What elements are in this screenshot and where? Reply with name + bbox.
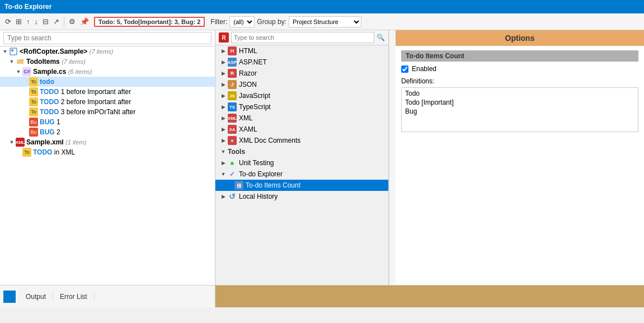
toolbar-btn-collapse[interactable]: ⊟ <box>41 16 50 28</box>
todo-icon: To <box>29 97 38 106</box>
template-item-xaml[interactable]: ▶ XA XAML <box>215 124 388 135</box>
template-label-todo-count: To-do Items Count <box>246 181 300 189</box>
tree-label-todo2: TODO 2 before Important after <box>40 98 131 106</box>
group-by-select[interactable]: Project Structure <box>289 16 361 27</box>
todo-icon: To <box>22 148 31 157</box>
chevron-icon: ▶ <box>220 59 227 65</box>
options-pane: R 🔍 ▶ H HTML ▶ ASP ASP.NET <box>215 30 644 285</box>
template-label-unit-testing: Unit Testing <box>239 159 274 167</box>
template-item-razor[interactable]: ▶ R Razor <box>215 68 388 79</box>
toolbar: ⟳ ⊞ ↑ ↓ ⊟ ↗ ⚙ 📌 Todo: 5, Todo[Important]… <box>0 13 644 30</box>
tree-arrow: ▼ <box>9 139 15 145</box>
tree-item-todo3[interactable]: To TODO 3 before imPOrTaNt after <box>0 107 215 117</box>
json-icon: J <box>228 80 237 89</box>
tree-label-root: <RoflCopter.Sample> (7 items) <box>20 48 114 55</box>
tree-item-samplecs[interactable]: ▼ C# Sample.cs (6 items) <box>0 67 215 77</box>
template-item-unit-testing[interactable]: ▶ ● Unit Testing <box>215 157 388 168</box>
tools-section[interactable]: ▼ Tools <box>215 146 388 157</box>
def-item-todo-important[interactable]: Todo [Important] <box>403 98 637 107</box>
xml-icon: XML <box>228 114 237 123</box>
xaml-icon: XA <box>228 125 237 134</box>
todo-count-icon: ⊞ <box>234 181 243 190</box>
chevron-icon: ▶ <box>220 160 227 166</box>
filter-area: Filter: (all) Group by: Project Structur… <box>210 16 361 27</box>
xmldoc-icon: X <box>228 136 237 145</box>
search-bar <box>0 30 215 46</box>
template-item-todo-count[interactable]: ⊞ To-do Items Count <box>215 180 388 191</box>
template-item-local-history[interactable]: ▶ ↺ Local History <box>215 191 388 202</box>
tree-item-todo2[interactable]: To TODO 2 before Important after <box>0 97 215 107</box>
toolbar-summary: Todo: 5, Todo[Important]: 3, Bug: 2 <box>94 17 205 27</box>
local-history-icon: ↺ <box>228 192 237 201</box>
toolbar-btn-settings[interactable]: ⚙ <box>67 16 77 28</box>
template-header: R 🔍 <box>215 30 388 45</box>
template-label-razor: Razor <box>239 69 257 77</box>
toolbar-btn-up[interactable]: ↑ <box>25 16 32 28</box>
chevron-icon: ▶ <box>220 115 227 121</box>
template-label-xmldoc: XML Doc Comments <box>239 137 300 144</box>
tree-item-bug1[interactable]: Bu BUG 1 <box>0 117 215 127</box>
template-item-aspnet[interactable]: ▶ ASP ASP.NET <box>215 57 388 68</box>
filter-select[interactable]: (all) <box>229 16 255 27</box>
chevron-icon: ▶ <box>220 82 227 87</box>
enabled-checkbox[interactable] <box>401 65 408 73</box>
status-button[interactable] <box>3 291 16 303</box>
todo-icon: To <box>29 77 38 86</box>
def-item-todo[interactable]: Todo <box>403 89 637 98</box>
template-item-xml[interactable]: ▶ XML XML <box>215 113 388 124</box>
toolbar-btn-export[interactable]: ↗ <box>51 16 61 28</box>
bug-icon: Bu <box>29 128 38 137</box>
template-search-input[interactable] <box>231 32 374 43</box>
solution-icon <box>9 47 18 56</box>
template-item-javascript[interactable]: ▶ JS JavaScript <box>215 90 388 101</box>
chevron-icon: ▼ <box>220 171 227 177</box>
unit-testing-icon: ● <box>228 158 237 167</box>
razor-icon: R <box>228 69 237 78</box>
toolbar-btn-down[interactable]: ↓ <box>33 16 40 28</box>
template-label-xaml: XAML <box>239 125 257 133</box>
html-icon: H <box>228 46 237 55</box>
bug-icon: Bu <box>29 118 38 127</box>
toolbar-btn-pin[interactable]: 📌 <box>78 16 91 28</box>
tree-item-todoitems[interactable]: ▼ TodoItems (7 items) <box>0 57 215 67</box>
def-item-bug[interactable]: Bug <box>403 107 637 116</box>
tree-item-samplexml[interactable]: ▼ XML Sample.xml (1 item) <box>0 137 215 147</box>
bottom-tab-error-list[interactable]: Error List <box>53 293 95 301</box>
tree-item-todo[interactable]: To todo <box>0 77 215 87</box>
tree-item-todo-xml[interactable]: To TODO in XML <box>0 147 215 157</box>
chevron-icon: ▶ <box>220 71 227 76</box>
tree-label-bug2: BUG 2 <box>40 128 60 136</box>
tree-item-todo1[interactable]: To TODO 1 before Important after <box>0 87 215 97</box>
title-bar: To-do Explorer <box>0 0 644 13</box>
tree-label-todo3: TODO 3 before imPOrTaNt after <box>40 108 135 116</box>
enabled-label[interactable]: Enabled <box>412 65 436 73</box>
template-item-xmldoc[interactable]: ▶ X XML Doc Comments <box>215 135 388 146</box>
left-panel: ▼ <RoflCopter.Sample> (7 items) ▼ TodoIt… <box>0 30 215 285</box>
search-input[interactable] <box>3 32 211 44</box>
search-icon: 🔍 <box>377 34 385 41</box>
scrollbar[interactable] <box>389 30 396 285</box>
tree-label-samplexml: Sample.xml (1 item) <box>26 138 86 146</box>
template-label-todo-explorer: To-do Explorer <box>239 170 283 178</box>
template-label-javascript: JavaScript <box>239 92 270 100</box>
typescript-icon: TS <box>228 102 237 111</box>
template-label-html: HTML <box>239 47 257 55</box>
template-header-icon: R <box>219 32 229 43</box>
options-enabled-row: Enabled <box>401 65 638 73</box>
toolbar-btn-refresh[interactable]: ⟳ <box>3 16 13 28</box>
tree-label-bug1: BUG 1 <box>40 118 60 126</box>
filter-label: Filter: <box>210 18 227 26</box>
todo-explorer-icon: ✓ <box>228 170 237 179</box>
template-item-html[interactable]: ▶ H HTML <box>215 45 388 57</box>
tree-item-root[interactable]: ▼ <RoflCopter.Sample> (7 items) <box>0 46 215 57</box>
tree-item-bug2[interactable]: Bu BUG 2 <box>0 127 215 137</box>
options-section-title: To-do Items Count <box>401 50 638 62</box>
toolbar-btn-expand-all[interactable]: ⊞ <box>14 16 23 28</box>
template-item-todo-explorer[interactable]: ▼ ✓ To-do Explorer <box>215 168 388 180</box>
bottom-tab-output[interactable]: Output <box>19 293 53 301</box>
template-item-typescript[interactable]: ▶ TS TypeScript <box>215 101 388 113</box>
template-list: R 🔍 ▶ H HTML ▶ ASP ASP.NET <box>215 30 389 285</box>
xml-icon: XML <box>16 138 25 147</box>
template-item-json[interactable]: ▶ J JSON <box>215 79 388 90</box>
title-bar-label: To-do Explorer <box>4 3 51 11</box>
